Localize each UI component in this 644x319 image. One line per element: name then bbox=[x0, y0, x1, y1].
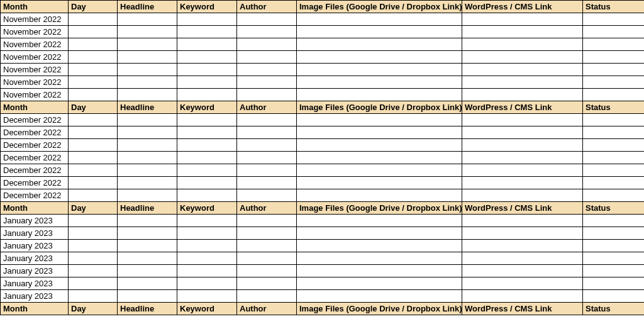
cell-keyword[interactable] bbox=[177, 114, 237, 126]
cell-headline[interactable] bbox=[118, 89, 177, 101]
cell-keyword[interactable] bbox=[177, 189, 237, 202]
cell-headline[interactable] bbox=[118, 114, 177, 126]
cell-imageFiles[interactable] bbox=[297, 51, 462, 64]
cell-headline[interactable] bbox=[118, 38, 177, 51]
cell-day[interactable] bbox=[69, 177, 118, 189]
cell-imageFiles[interactable] bbox=[297, 177, 462, 189]
cell-wordpress[interactable] bbox=[462, 64, 583, 76]
cell-imageFiles[interactable] bbox=[297, 164, 462, 177]
cell-imageFiles[interactable] bbox=[297, 277, 462, 290]
cell-imageFiles[interactable] bbox=[297, 227, 462, 240]
cell-headline[interactable] bbox=[118, 51, 177, 64]
cell-author[interactable] bbox=[237, 227, 297, 240]
cell-month[interactable]: December 2022 bbox=[1, 114, 69, 126]
cell-wordpress[interactable] bbox=[462, 189, 583, 202]
cell-status[interactable] bbox=[583, 290, 645, 303]
cell-wordpress[interactable] bbox=[462, 51, 583, 64]
cell-author[interactable] bbox=[237, 164, 297, 177]
cell-headline[interactable] bbox=[118, 126, 177, 139]
header-cell-imageFiles[interactable]: Image Files (Google Drive / Dropbox Link… bbox=[297, 202, 462, 215]
cell-month[interactable]: November 2022 bbox=[1, 89, 69, 101]
cell-wordpress[interactable] bbox=[462, 114, 583, 126]
cell-wordpress[interactable] bbox=[462, 13, 583, 26]
cell-headline[interactable] bbox=[118, 64, 177, 76]
cell-keyword[interactable] bbox=[177, 13, 237, 26]
cell-month[interactable]: November 2022 bbox=[1, 64, 69, 76]
cell-keyword[interactable] bbox=[177, 277, 237, 290]
cell-wordpress[interactable] bbox=[462, 139, 583, 152]
cell-month[interactable]: December 2022 bbox=[1, 126, 69, 139]
cell-imageFiles[interactable] bbox=[297, 290, 462, 303]
cell-headline[interactable] bbox=[118, 26, 177, 38]
cell-status[interactable] bbox=[583, 13, 645, 26]
cell-keyword[interactable] bbox=[177, 252, 237, 265]
cell-author[interactable] bbox=[237, 64, 297, 76]
cell-status[interactable] bbox=[583, 76, 645, 89]
cell-headline[interactable] bbox=[118, 227, 177, 240]
cell-day[interactable] bbox=[69, 265, 118, 277]
cell-day[interactable] bbox=[69, 51, 118, 64]
cell-keyword[interactable] bbox=[177, 38, 237, 51]
cell-author[interactable] bbox=[237, 51, 297, 64]
cell-month[interactable]: January 2023 bbox=[1, 277, 69, 290]
cell-day[interactable] bbox=[69, 13, 118, 26]
cell-author[interactable] bbox=[237, 139, 297, 152]
cell-status[interactable] bbox=[583, 189, 645, 202]
cell-month[interactable]: January 2023 bbox=[1, 290, 69, 303]
cell-status[interactable] bbox=[583, 252, 645, 265]
cell-day[interactable] bbox=[69, 139, 118, 152]
cell-keyword[interactable] bbox=[177, 152, 237, 164]
cell-headline[interactable] bbox=[118, 177, 177, 189]
cell-author[interactable] bbox=[237, 114, 297, 126]
cell-wordpress[interactable] bbox=[462, 215, 583, 227]
cell-imageFiles[interactable] bbox=[297, 76, 462, 89]
cell-headline[interactable] bbox=[118, 277, 177, 290]
cell-keyword[interactable] bbox=[177, 126, 237, 139]
cell-month[interactable]: November 2022 bbox=[1, 76, 69, 89]
header-cell-wordpress[interactable]: WordPress / CMS Link bbox=[462, 303, 583, 315]
cell-headline[interactable] bbox=[118, 152, 177, 164]
cell-author[interactable] bbox=[237, 189, 297, 202]
header-cell-status[interactable]: Status bbox=[583, 303, 645, 315]
cell-imageFiles[interactable] bbox=[297, 265, 462, 277]
cell-wordpress[interactable] bbox=[462, 76, 583, 89]
header-cell-month[interactable]: Month bbox=[1, 202, 69, 215]
cell-author[interactable] bbox=[237, 76, 297, 89]
cell-author[interactable] bbox=[237, 38, 297, 51]
cell-author[interactable] bbox=[237, 152, 297, 164]
cell-day[interactable] bbox=[69, 38, 118, 51]
cell-day[interactable] bbox=[69, 126, 118, 139]
cell-wordpress[interactable] bbox=[462, 26, 583, 38]
cell-month[interactable]: November 2022 bbox=[1, 13, 69, 26]
cell-wordpress[interactable] bbox=[462, 265, 583, 277]
cell-imageFiles[interactable] bbox=[297, 240, 462, 252]
cell-month[interactable]: January 2023 bbox=[1, 227, 69, 240]
cell-author[interactable] bbox=[237, 89, 297, 101]
cell-day[interactable] bbox=[69, 26, 118, 38]
header-cell-headline[interactable]: Headline bbox=[118, 1, 177, 13]
cell-wordpress[interactable] bbox=[462, 177, 583, 189]
header-cell-wordpress[interactable]: WordPress / CMS Link bbox=[462, 202, 583, 215]
cell-headline[interactable] bbox=[118, 164, 177, 177]
cell-imageFiles[interactable] bbox=[297, 114, 462, 126]
header-cell-keyword[interactable]: Keyword bbox=[177, 202, 237, 215]
cell-status[interactable] bbox=[583, 126, 645, 139]
cell-status[interactable] bbox=[583, 51, 645, 64]
cell-day[interactable] bbox=[69, 215, 118, 227]
header-cell-keyword[interactable]: Keyword bbox=[177, 303, 237, 315]
header-cell-author[interactable]: Author bbox=[237, 101, 297, 114]
cell-wordpress[interactable] bbox=[462, 240, 583, 252]
cell-day[interactable] bbox=[69, 152, 118, 164]
cell-headline[interactable] bbox=[118, 139, 177, 152]
cell-author[interactable] bbox=[237, 265, 297, 277]
cell-author[interactable] bbox=[237, 240, 297, 252]
cell-status[interactable] bbox=[583, 89, 645, 101]
cell-day[interactable] bbox=[69, 164, 118, 177]
header-cell-keyword[interactable]: Keyword bbox=[177, 101, 237, 114]
header-cell-imageFiles[interactable]: Image Files (Google Drive / Dropbox Link… bbox=[297, 1, 462, 13]
cell-author[interactable] bbox=[237, 277, 297, 290]
cell-imageFiles[interactable] bbox=[297, 215, 462, 227]
cell-month[interactable]: November 2022 bbox=[1, 38, 69, 51]
cell-keyword[interactable] bbox=[177, 164, 237, 177]
cell-status[interactable] bbox=[583, 227, 645, 240]
